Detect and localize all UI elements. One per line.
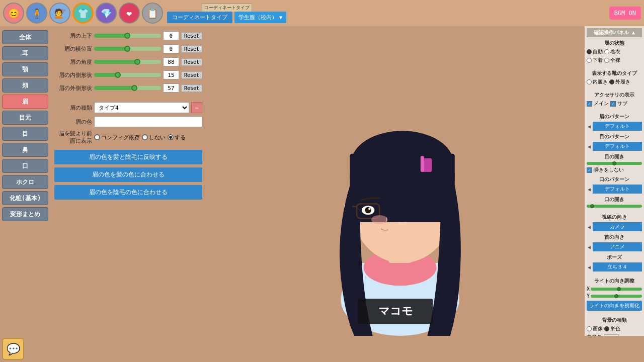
radio-bg-image-circle (587, 326, 592, 331)
slider-row-3: 眉の内側形状 15 Reset (54, 69, 202, 80)
rp-radio-bg-solid[interactable]: 単色 (604, 325, 620, 332)
action-btn-0[interactable]: 眉の色を髪と陰毛に反映する (54, 150, 202, 164)
nav-ear[interactable]: 耳 (2, 46, 48, 60)
nav-deform[interactable]: 変形まとめ (2, 207, 48, 221)
rp-radio-dressed[interactable]: 着衣 (604, 48, 620, 55)
rp-mouth-pattern-title: 口のパターン (587, 176, 642, 183)
action-btn-1[interactable]: 眉の色を髪の色に合わせる (54, 167, 202, 182)
chat-icon-button[interactable]: 💬 (2, 338, 24, 360)
rp-light-x-row: X (587, 286, 642, 292)
center-params: 眉の上下 0 Reset 眉の横位置 0 Reset 眉の角度 88 (50, 26, 206, 336)
svg-point-13 (365, 207, 371, 214)
radio-dressed-label: 着衣 (610, 48, 620, 55)
nav-all[interactable]: 全体 (2, 30, 48, 44)
cb-sub[interactable]: ✓ (610, 101, 616, 107)
radio-auto-label: 自動 (593, 48, 603, 55)
rp-radio-outdoor[interactable]: 外履き (609, 78, 630, 85)
head-dir-btn[interactable]: アニメ (593, 242, 642, 251)
slider-val-0: 0 (163, 31, 179, 40)
radio-bg-solid-circle (604, 326, 609, 331)
icon-hair[interactable]: 💇 (49, 3, 70, 24)
eyebrow-color-box[interactable] (94, 116, 202, 127)
slider-track-2[interactable] (94, 60, 161, 64)
gaze-btn[interactable]: カメラ (593, 222, 642, 231)
slider-val-3: 15 (163, 70, 179, 79)
slider-val-4: 57 (163, 83, 179, 93)
eye-pattern-btn[interactable]: デフォルト (593, 142, 642, 151)
light-x-slider[interactable] (591, 288, 642, 291)
eye-open-slider[interactable] (587, 162, 642, 165)
pose-prev[interactable]: ◀ (587, 264, 592, 270)
mouth-pattern-prev[interactable]: ◀ (587, 187, 592, 192)
mouth-pattern-btn[interactable]: デフォルト (593, 185, 642, 194)
svg-point-17 (371, 215, 388, 224)
character-svg (206, 26, 585, 336)
slider-reset-3[interactable]: Reset (181, 71, 202, 79)
rp-gaze-title: 視線の向き (587, 214, 642, 221)
coord-dropdown[interactable]: 学生服（校内） ▼ (234, 12, 286, 23)
icon-body[interactable]: 🧍 (26, 3, 47, 24)
nav-eyebrow[interactable]: 眉 (2, 95, 48, 109)
nav-eye[interactable]: 目 (2, 127, 48, 141)
eyebrow-pattern-btn[interactable]: デフォルト (593, 122, 642, 131)
slider-label-1: 眉の横位置 (54, 45, 92, 53)
icon-clothes[interactable]: 👕 (72, 3, 94, 24)
rp-mouth-open-title: 口の開き (587, 196, 642, 203)
cb-no-blink[interactable]: ✓ (587, 167, 592, 173)
rp-radio-naked[interactable]: 全裸 (604, 57, 620, 64)
icon-face[interactable]: 😊 (3, 3, 24, 24)
slider-reset-1[interactable]: Reset (181, 45, 202, 53)
rp-shoe-status-title: 履の状態 (587, 40, 642, 47)
eyebrow-type-select[interactable]: タイプ4 タイプ1 タイプ2 タイプ3 (94, 102, 189, 113)
light-y-slider[interactable] (591, 295, 642, 298)
mouth-open-slider[interactable] (587, 205, 642, 208)
radio-yes-label: する (175, 134, 186, 141)
nav-makeup[interactable]: 化粧(基本) (2, 191, 48, 205)
light-reset-btn[interactable]: ライトの向きを初期化 (587, 301, 642, 311)
bgm-button[interactable]: BGM ON (609, 7, 641, 20)
icon-accessory[interactable]: 💎 (96, 3, 117, 24)
action-btn-2[interactable]: 眉の色を陰毛の色に合わせる (54, 185, 202, 200)
eyebrow-color-label: 眉の色 (54, 118, 92, 126)
rp-bg-type-row: 画像 単色 (587, 325, 642, 332)
nav-cheek[interactable]: 頬 (2, 78, 48, 93)
nav-jaw[interactable]: 顎 (2, 62, 48, 76)
coord-type-button[interactable]: コーディネートタイプ (167, 12, 232, 23)
radio-naked-label: 全裸 (610, 57, 620, 64)
slider-reset-2[interactable]: Reset (181, 58, 202, 66)
slider-track-4[interactable] (94, 86, 161, 90)
pose-btn[interactable]: 立ち３４ (593, 262, 642, 272)
slider-track-0[interactable] (94, 34, 161, 38)
coord-type-label: コーディネートタイプ (202, 4, 252, 12)
slider-label-4: 眉の外側形状 (54, 84, 92, 92)
rp-radio-underwear[interactable]: 下着 (587, 57, 603, 64)
slider-track-1[interactable] (94, 47, 161, 51)
rp-radio-auto[interactable]: 自動 (587, 48, 603, 55)
slider-track-3[interactable] (94, 73, 161, 77)
rp-radio-bg-image[interactable]: 画像 (587, 325, 603, 332)
nav-mole[interactable]: ホクロ (2, 175, 48, 189)
eyebrow-pattern-prev[interactable]: ◀ (587, 124, 592, 129)
head-dir-prev[interactable]: ◀ (587, 244, 592, 250)
cb-main[interactable]: ✓ (587, 101, 592, 107)
slider-reset-0[interactable]: Reset (181, 32, 202, 40)
nav-eye-element[interactable]: 目元 (2, 111, 48, 125)
slider-label-3: 眉の内側形状 (54, 71, 92, 79)
icon-notes[interactable]: 📋 (142, 3, 163, 24)
eye-pattern-prev[interactable]: ◀ (587, 144, 592, 149)
radio-yes[interactable]: する (168, 134, 186, 141)
dropdown-arrow-icon: ▼ (279, 15, 282, 20)
gaze-prev[interactable]: ◀ (587, 224, 592, 230)
nav-mouth[interactable]: 口 (2, 159, 48, 173)
nav-nose[interactable]: 鼻 (2, 143, 48, 157)
radio-no[interactable]: しない (142, 134, 166, 141)
radio-config-label: コンフィグ依存 (101, 134, 140, 141)
eyebrow-type-minus[interactable]: － (191, 102, 202, 113)
radio-config[interactable]: コンフィグ依存 (94, 134, 140, 141)
rp-radio-indoor[interactable]: 内履き (587, 78, 608, 85)
icon-heart[interactable]: ❤️ (119, 3, 140, 24)
slider-reset-4[interactable]: Reset (181, 84, 202, 92)
radio-outdoor-circle (609, 79, 614, 84)
rp-head-dir-row: ◀ アニメ (587, 242, 642, 251)
radio-bg-image-label: 画像 (593, 325, 603, 332)
